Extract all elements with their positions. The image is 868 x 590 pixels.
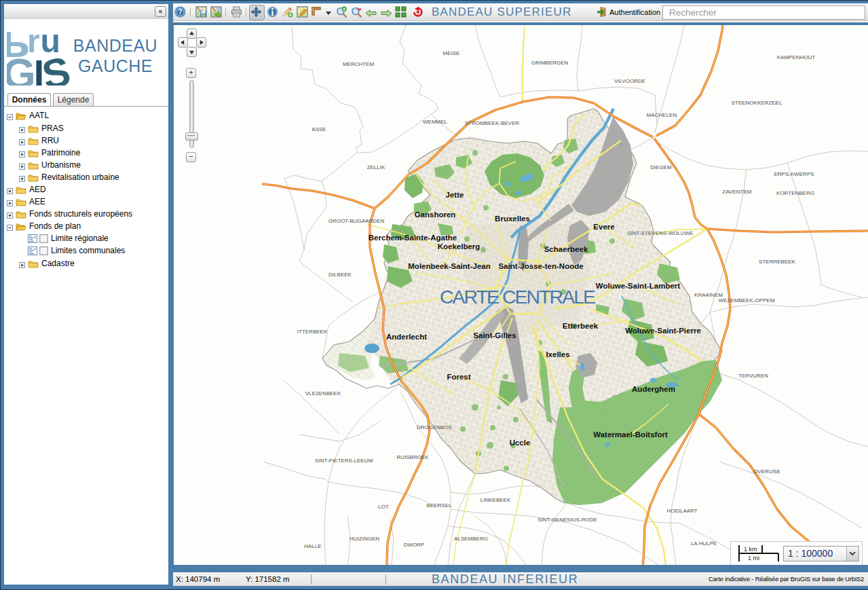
svg-text:VILVOORDE: VILVOORDE	[614, 78, 645, 84]
svg-text:Saint-Josse-ten-Noode: Saint-Josse-ten-Noode	[498, 262, 583, 270]
svg-text:DIEGEM: DIEGEM	[650, 164, 672, 170]
svg-text:Bruxelles: Bruxelles	[495, 215, 530, 223]
svg-text:VLEZENBEEK: VLEZENBEEK	[305, 390, 341, 397]
svg-text:TERVUREN: TERVUREN	[738, 373, 768, 379]
svg-text:Berchem-Sainte-Agathe: Berchem-Sainte-Agathe	[369, 234, 457, 242]
svg-text:Watermael-Boitsfort: Watermael-Boitsfort	[593, 430, 668, 439]
svg-text:WEMMEL: WEMMEL	[423, 119, 448, 125]
svg-text:ZELLIK: ZELLIK	[367, 164, 385, 170]
svg-text:ITTERBEEK: ITTERBEEK	[297, 329, 328, 335]
svg-text:LINKEBEEK: LINKEBEEK	[480, 497, 511, 503]
svg-text:DWORP: DWORP	[404, 542, 425, 548]
svg-text:1 mi: 1 mi	[748, 555, 759, 561]
svg-text:SINT-PIETERS-LEEUW: SINT-PIETERS-LEEUW	[315, 458, 373, 464]
svg-text:Schaerbeek: Schaerbeek	[544, 245, 588, 253]
svg-text:Woluwe-Saint-Lambert: Woluwe-Saint-Lambert	[596, 282, 681, 290]
svg-text:SINT-STEVENS-WOLUWE: SINT-STEVENS-WOLUWE	[627, 230, 693, 236]
svg-text:Etterbeek: Etterbeek	[563, 322, 599, 330]
svg-text:DROGENBOS: DROGENBOS	[417, 424, 452, 430]
svg-text:MACHELEN: MACHELEN	[647, 112, 677, 118]
svg-text:LA HULPE: LA HULPE	[691, 540, 717, 547]
svg-text:Ganshoren: Ganshoren	[415, 210, 456, 219]
svg-text:Anderlecht: Anderlecht	[386, 333, 427, 341]
svg-text:GRIMBERGEN: GRIMBERGEN	[531, 60, 569, 66]
svg-text:MERCHTEM: MERCHTEM	[343, 61, 375, 67]
svg-text:ASSE: ASSE	[312, 126, 326, 132]
svg-text:KAMPENHOUT: KAMPENHOUT	[777, 54, 816, 60]
svg-text:G: G	[7, 50, 36, 86]
svg-text:Uccle: Uccle	[510, 439, 531, 447]
svg-text:BEERSEL: BEERSEL	[427, 502, 452, 509]
svg-text:HOEILAART: HOEILAART	[666, 508, 697, 514]
svg-text:STERREBEEK: STERREBEEK	[759, 259, 795, 265]
svg-text:GROOT-BIJGAARDEN: GROOT-BIJGAARDEN	[328, 218, 385, 224]
svg-text:ZAVENTEM: ZAVENTEM	[723, 189, 752, 195]
svg-text:WEZEMBEEK-OPPEM: WEZEMBEEK-OPPEM	[719, 297, 775, 303]
svg-text:OVERIJSE: OVERIJSE	[753, 468, 780, 475]
svg-text:RUISBROEK: RUISBROEK	[396, 454, 429, 460]
svg-text:Ixelles: Ixelles	[546, 350, 569, 358]
svg-text:STEENOKKERZEEL: STEENOKKERZEEL	[732, 100, 782, 106]
svg-text:Evere: Evere	[593, 223, 614, 231]
svg-text:ALSEMBERG: ALSEMBERG	[454, 536, 488, 542]
svg-text:LOT: LOT	[378, 504, 389, 510]
svg-text:Auderghem: Auderghem	[632, 385, 675, 393]
svg-text:HUIZINGEN: HUIZINGEN	[350, 536, 379, 542]
svg-text:Forest: Forest	[447, 373, 470, 381]
svg-text:Koekelberg: Koekelberg	[438, 242, 480, 251]
svg-text:?: ?	[178, 7, 182, 16]
svg-text:KORTENBERG: KORTENBERG	[776, 190, 814, 196]
svg-text:1 km: 1 km	[744, 546, 757, 553]
svg-text:Jette: Jette	[446, 191, 464, 199]
svg-text:Woluwe-Saint-Pierre: Woluwe-Saint-Pierre	[625, 327, 701, 335]
svg-text:MEISE: MEISE	[443, 50, 460, 56]
svg-text:CARTE CENTRALE: CARTE CENTRALE	[440, 286, 595, 308]
svg-text:ERPS-KWERPS: ERPS-KWERPS	[774, 171, 814, 177]
svg-text:Saint-Gilles: Saint-Gilles	[473, 331, 516, 339]
svg-text:STROMBEEK-BEVER: STROMBEEK-BEVER	[465, 120, 519, 126]
svg-text:SINT-GENESIUS-RODE: SINT-GENESIUS-RODE	[537, 517, 597, 523]
svg-text:S: S	[38, 48, 71, 86]
svg-text:DILBEEK: DILBEEK	[328, 272, 352, 278]
svg-text:HALLE: HALLE	[304, 543, 321, 549]
svg-text:Molenbeek-Saint-Jean: Molenbeek-Saint-Jean	[408, 262, 490, 270]
